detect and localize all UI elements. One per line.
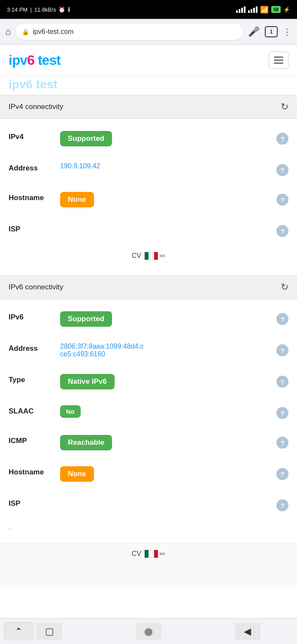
ipv6-address-row: Address 2806:3f7:8aaa:1099:48d4:cce5:c49…	[0, 335, 297, 366]
ipv4-hostname-value: None	[60, 192, 273, 207]
ipv6-status-row: IPv6 Supported ?	[0, 304, 297, 335]
ipv6-type-row: Type Native IPv6 ?	[0, 366, 297, 398]
ipv4-cv-text: CV	[132, 252, 141, 260]
site-logo: ipv6 test	[9, 52, 61, 68]
address-help-icon[interactable]: ?	[276, 164, 288, 176]
ipv6-refresh-icon[interactable]: ↻	[281, 282, 288, 293]
ipv6-type-value: Native IPv6	[60, 374, 273, 389]
ipv6-hostname-info[interactable]: ?	[273, 466, 288, 480]
faded-logo: ipv6 test	[0, 76, 297, 95]
ipv6-slaac-row: SLAAC No ?	[0, 398, 297, 427]
address-label: Address	[9, 162, 60, 173]
signal-bars	[236, 6, 245, 13]
network-speed: 11.8kB/s	[34, 6, 56, 13]
ipv6-type-info[interactable]: ?	[273, 374, 288, 388]
ipv6-isp-help-icon[interactable]: ?	[276, 499, 288, 511]
ipv6-address-info[interactable]: ?	[273, 343, 288, 356]
ipv4-help-icon[interactable]: ?	[276, 133, 288, 145]
ipv4-info[interactable]: ?	[273, 131, 288, 145]
ipv6-icmp-info[interactable]: ?	[273, 435, 288, 449]
ipv6-isp-label: ISP	[9, 498, 60, 508]
ipv6-hostname-value: None	[60, 466, 273, 482]
flag-red-stripe-2	[154, 550, 158, 558]
flag-green-stripe	[145, 252, 148, 260]
lock-icon: 🔒	[22, 28, 29, 35]
back-icon: ◀	[244, 626, 251, 637]
ipv4-supported-badge: Supported	[60, 131, 112, 146]
browser-bar: ⌂ 🔒 ipv6-test.com 🎤 1 ⋮	[0, 19, 297, 45]
ipv4-refresh-icon[interactable]: ↻	[281, 101, 288, 112]
time-label: 3:14 PM	[7, 6, 27, 13]
ipv6-slaac-value: No	[60, 405, 273, 418]
flag-mx-label-2: MX	[160, 552, 166, 556]
slaac-help-icon[interactable]: ?	[276, 407, 288, 419]
ipv6-address-label: Address	[9, 343, 60, 353]
type-help-icon[interactable]: ?	[276, 376, 288, 388]
icmp-help-icon[interactable]: ?	[276, 437, 288, 449]
ipv6-help-icon[interactable]: ?	[276, 313, 288, 325]
ipv6-hostname-row: Hostname None ?	[0, 459, 297, 490]
wifi-icon: 📶	[260, 6, 269, 14]
status-left: 3:14 PM | 11.8kB/s ⏰ ℹ	[7, 6, 70, 13]
ipv4-label: IPv4	[9, 131, 60, 141]
home-button[interactable]: ⬤	[136, 623, 161, 640]
url-text: ipv6-test.com	[33, 28, 237, 36]
type-label: Type	[9, 374, 60, 384]
hamburger-menu-button[interactable]	[269, 52, 288, 69]
home-icon[interactable]: ⌂	[5, 26, 11, 37]
flag-red-stripe	[154, 252, 158, 260]
ipv6-content: IPv6 Supported ? Address 2806:3f7:8aaa:1…	[0, 299, 297, 543]
tab-switcher[interactable]: 1	[265, 26, 278, 37]
ipv6-cv-text: CV	[132, 550, 141, 558]
more-menu-icon[interactable]: ⋮	[283, 27, 292, 37]
hostname-help-icon[interactable]: ?	[276, 194, 288, 206]
speed-label: |	[30, 6, 31, 13]
ipv4-status-value: Supported	[60, 131, 273, 146]
ipv6-icmp-value: Reachable	[60, 435, 273, 450]
ipv4-address-link[interactable]: 190.9.109.42	[60, 162, 100, 170]
slaac-badge: No	[60, 405, 81, 418]
flag-green-stripe-2	[145, 550, 148, 558]
ipv6-isp-info[interactable]: ?	[273, 498, 288, 511]
ipv4-address-row: Address 190.9.109.42 ?	[0, 155, 297, 184]
alarm-icon: ⏰	[58, 6, 65, 13]
ipv6-cv-row: CV MX	[0, 543, 297, 588]
ipv6-address-link[interactable]: 2806:3f7:8aaa:1099:48d4:cce5:c493:6160	[60, 343, 144, 358]
recent-apps-button[interactable]: ▢	[36, 623, 62, 640]
microphone-icon[interactable]: 🎤	[248, 26, 260, 37]
url-bar[interactable]: 🔒 ipv6-test.com	[16, 24, 243, 40]
status-bar: 3:14 PM | 11.8kB/s ⏰ ℹ 📶 58 ⚡	[0, 0, 297, 19]
ipv4-hostname-info[interactable]: ?	[273, 192, 288, 206]
logo-ipv4: ipv	[9, 52, 27, 68]
isp-help-icon[interactable]: ?	[276, 225, 288, 237]
ipv6-hostname-help-icon[interactable]: ?	[276, 468, 288, 480]
ipv6-section-title: IPv6 connectivity	[9, 283, 64, 292]
back-button[interactable]: ◀	[235, 623, 261, 640]
ipv4-status-row: IPv4 Supported ?	[0, 123, 297, 155]
ipv6-supported-badge: Supported	[60, 311, 112, 327]
ipv4-hostname-badge: None	[60, 192, 94, 207]
isp-label: ISP	[9, 223, 60, 234]
flag-white-stripe	[149, 252, 153, 260]
status-right: 📶 58 ⚡	[236, 6, 290, 14]
ipv4-address-info[interactable]: ?	[273, 162, 288, 176]
signal-bars-2	[248, 6, 258, 13]
bottom-nav-bar: ▢ ⬤ ◀	[0, 618, 297, 644]
ipv4-content: IPv4 Supported ? Address 190.9.109.42 ? …	[0, 119, 297, 275]
ipv4-section-title: IPv4 connectivity	[9, 103, 64, 111]
ipv4-hostname-row: Hostname None ?	[0, 184, 297, 216]
ipv6-address-help-icon[interactable]: ?	[276, 344, 288, 356]
hostname-label: Hostname	[9, 192, 60, 202]
menu-line-1	[274, 57, 283, 58]
ipv6-status-value: Supported	[60, 311, 273, 327]
ipv4-isp-info[interactable]: ?	[273, 223, 288, 237]
logo-test: test	[38, 52, 61, 68]
ipv6-status-info[interactable]: ?	[273, 311, 288, 325]
ipv6-section-header: IPv6 connectivity ↻	[0, 275, 297, 299]
app-header: ipv6 test	[0, 45, 297, 76]
chevron-up-icon: ⌃	[15, 626, 22, 636]
ipv6-slaac-info[interactable]: ?	[273, 405, 288, 419]
ipv4-isp-row: ISP ?	[0, 216, 297, 245]
menu-line-2	[274, 60, 283, 61]
scroll-up-button[interactable]: ⌃	[3, 622, 33, 641]
